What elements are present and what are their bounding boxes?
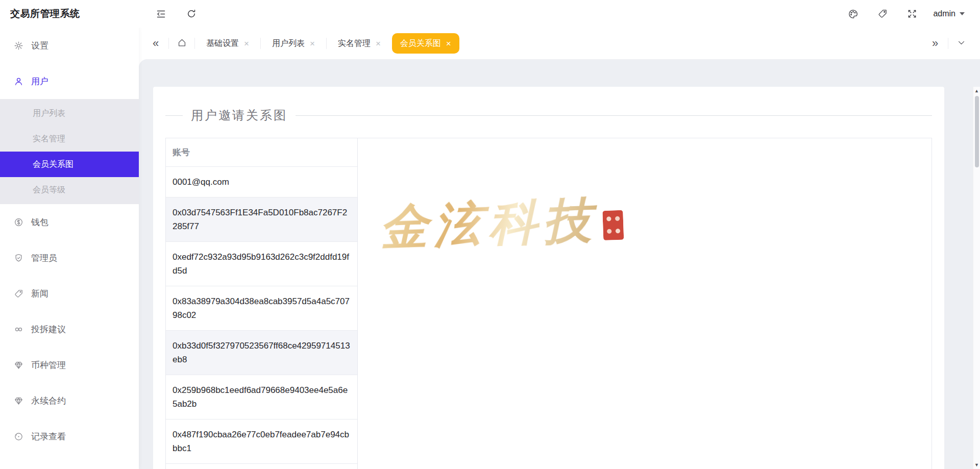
invite-graph-panel: 账号 0001@qq.com 0x03d7547563Ff1E34Fa5D010…	[165, 138, 932, 469]
sidebar-item-feedback[interactable]: 投拆建议	[0, 311, 139, 347]
close-icon[interactable]: ×	[244, 39, 249, 48]
table-row[interactable]: 0x83a38979a304d38ea8cab3957d5a4a5c70798c…	[166, 286, 357, 331]
sidebar-item-label: 钱包	[31, 216, 48, 228]
sub-item-label: 用户列表	[33, 108, 65, 119]
sidebar-item-wallet[interactable]: 钱包	[0, 204, 139, 240]
sidebar-item-perpetual-contract[interactable]: 永续合约	[0, 383, 139, 418]
tab-bar: « 基础设置 × 用户列表 × 实名管理	[139, 28, 980, 59]
vertical-scrollbar[interactable]: ▲ ▼	[973, 87, 980, 469]
divider	[194, 38, 195, 49]
home-tab-button[interactable]	[172, 34, 191, 53]
account-value: 0001@qq.com	[173, 177, 229, 187]
sidebar-item-user-list[interactable]: 用户列表	[0, 101, 139, 126]
sidebar-item-label: 用户	[31, 76, 48, 87]
red-seal-icon	[602, 210, 624, 240]
tab-realname[interactable]: 实名管理 ×	[330, 33, 389, 54]
account-value: 0xedf72c932a93d95b9163d262c3c9f2ddfd19fd…	[173, 252, 349, 276]
link-icon	[13, 324, 23, 334]
divider	[165, 115, 183, 116]
double-chevron-left-icon: «	[153, 38, 159, 49]
close-icon[interactable]: ×	[310, 39, 315, 48]
diamond-icon	[13, 360, 23, 370]
account-value: 0x03d7547563Ff1E34Fa5D010Fb8ac7267F2285f…	[173, 208, 347, 231]
home-icon	[177, 38, 187, 50]
table-row[interactable]: 0xb33d0f5f327970523567ff68ce42959714513e…	[166, 331, 357, 375]
tabs-menu-button[interactable]	[951, 34, 971, 53]
tabs-scroll-left-button[interactable]: «	[146, 34, 165, 53]
header-right-actions: admin	[842, 3, 980, 24]
fullscreen-icon	[907, 9, 917, 19]
sidebar-item-coin-management[interactable]: 币种管理	[0, 347, 139, 383]
header-left-actions	[150, 3, 202, 24]
sidebar: 设置 用户 用户列表 实名管理 会员关系图	[0, 28, 139, 469]
tabs-scroll-right-button[interactable]: »	[925, 34, 945, 53]
tags-button[interactable]	[872, 3, 893, 24]
user-icon	[13, 76, 23, 86]
sub-item-label: 会员等级	[33, 185, 65, 195]
tab-label: 基础设置	[206, 38, 239, 49]
close-icon[interactable]: ×	[446, 39, 451, 48]
sidebar-item-admins[interactable]: 管理员	[0, 240, 139, 276]
divider	[168, 38, 169, 49]
double-chevron-right-icon: »	[932, 38, 938, 49]
app-title: 交易所管理系统	[0, 7, 139, 20]
refresh-button[interactable]	[181, 3, 202, 24]
sidebar-nav: 设置 用户 用户列表 实名管理 会员关系图	[0, 28, 139, 454]
graph-canvas-area: 金泫科技	[358, 138, 932, 469]
account-table: 账号 0001@qq.com 0x03d7547563Ff1E34Fa5D010…	[166, 138, 358, 469]
gear-icon	[13, 40, 23, 51]
chevron-down-icon	[960, 12, 965, 15]
palette-icon	[848, 9, 859, 19]
table-row[interactable]: 0x03d7547563Ff1E34Fa5D010Fb8ac7267F2285f…	[166, 198, 357, 242]
main-area: « 基础设置 × 用户列表 × 实名管理	[139, 28, 980, 469]
tab-label: 会员关系图	[400, 38, 441, 49]
theme-button[interactable]	[842, 3, 864, 24]
table-row[interactable]: 0x259b968bc1eedf6ad79668e9403ee4e5a6e5ab…	[166, 375, 357, 419]
sidebar-item-label: 记录查看	[31, 431, 66, 442]
sidebar-item-records[interactable]: 记录查看	[0, 418, 139, 454]
menu-fold-icon	[156, 9, 166, 19]
scroll-down-icon[interactable]: ▼	[973, 461, 980, 469]
table-row[interactable]: 0xedf72c932a93d95b9163d262c3c9f2ddfd19fd…	[166, 242, 357, 286]
scrollbar-thumb[interactable]	[975, 96, 979, 167]
sidebar-item-realname[interactable]: 实名管理	[0, 126, 139, 152]
sidebar-item-label: 设置	[31, 40, 48, 52]
close-icon[interactable]: ×	[376, 39, 381, 48]
watermark-text: 金泫科技	[378, 195, 598, 251]
sidebar-item-settings[interactable]: 设置	[0, 28, 139, 63]
sidebar-item-news[interactable]: 新闻	[0, 276, 139, 311]
fullscreen-button[interactable]	[901, 3, 923, 24]
user-menu[interactable]: admin	[931, 6, 967, 21]
table-row[interactable]: 0x487f190cbaa26e77c0eb7feadee7ab7e94cbbb…	[166, 419, 357, 464]
shield-check-icon	[13, 253, 23, 263]
sub-item-label: 会员关系图	[33, 159, 74, 170]
sidebar-item-label: 新闻	[31, 288, 48, 300]
account-value: 0x487f190cbaa26e77c0eb7feadee7ab7e94cbbb…	[173, 430, 349, 453]
tab-base-settings[interactable]: 基础设置 ×	[198, 33, 257, 54]
sidebar-item-label: 币种管理	[31, 359, 66, 371]
tag-icon	[13, 288, 23, 299]
sidebar-item-users[interactable]: 用户	[0, 63, 139, 99]
diamond-icon	[13, 396, 23, 406]
tag-icon	[877, 9, 888, 19]
sidebar-item-label: 投拆建议	[31, 324, 66, 335]
refresh-icon	[186, 9, 197, 19]
account-value: 0x83a38979a304d38ea8cab3957d5a4a5c70798c…	[173, 297, 350, 320]
page-title: 用户邀请关系图	[191, 107, 287, 124]
account-value: 0xb33d0f5f327970523567ff68ce42959714513e…	[173, 341, 350, 364]
sidebar-item-label: 永续合约	[31, 395, 66, 407]
tab-member-graph[interactable]: 会员关系图 ×	[392, 33, 459, 54]
content-area: 用户邀请关系图 账号 0001@qq.com 0x03d7547563Ff1E3…	[139, 59, 980, 469]
scroll-up-icon[interactable]: ▲	[973, 87, 980, 95]
user-name: admin	[933, 9, 955, 18]
sidebar-item-member-level[interactable]: 会员等级	[0, 177, 139, 203]
tab-user-list[interactable]: 用户列表 ×	[264, 33, 323, 54]
invite-graph-card: 用户邀请关系图 账号 0001@qq.com 0x03d7547563Ff1E3…	[153, 87, 944, 469]
sidebar-item-member-graph[interactable]: 会员关系图	[0, 152, 139, 177]
dollar-circle-icon	[13, 217, 23, 227]
sidebar-collapse-button[interactable]	[150, 3, 172, 24]
tab-label: 实名管理	[338, 38, 371, 49]
table-row[interactable]: 0001@qq.com	[166, 167, 357, 198]
divider	[948, 38, 948, 49]
section-title: 用户邀请关系图	[165, 107, 932, 124]
